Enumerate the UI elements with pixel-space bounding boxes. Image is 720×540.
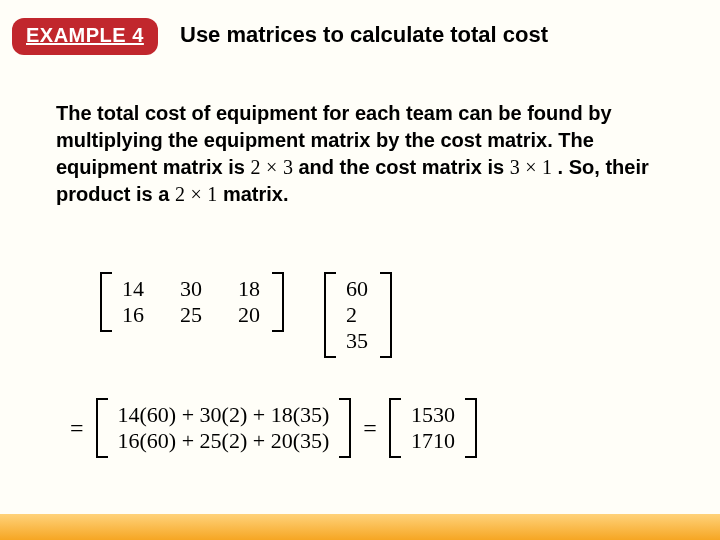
times-3: × (190, 183, 201, 205)
bracket-left (389, 398, 401, 458)
times-2: × (525, 156, 536, 178)
dim2-a: 3 (510, 156, 520, 178)
dim1-a: 2 (251, 156, 261, 178)
result-2: 1710 (411, 428, 455, 454)
footer-bar (0, 514, 720, 540)
bracket-right (465, 398, 477, 458)
matrix-b-body: 60 2 35 (336, 272, 380, 358)
dim3-b: 1 (207, 183, 217, 205)
dim2-b: 1 (542, 156, 552, 178)
matrix-a-body: 14 30 18 16 25 20 (112, 272, 272, 332)
matrix-a: 14 30 18 16 25 20 (100, 272, 284, 332)
dim3-a: 2 (175, 183, 185, 205)
cell: 14 (122, 276, 146, 302)
cell: 18 (238, 276, 262, 302)
table-row: 2 (346, 302, 370, 328)
matrix-result-body: 1530 1710 (401, 398, 465, 458)
cell: 25 (180, 302, 204, 328)
calc-row-2: 16(60) + 25(2) + 20(35) (118, 428, 330, 454)
table-row: 60 (346, 276, 370, 302)
body-seg-2: and the cost matrix is (298, 156, 509, 178)
matrix-result: 1530 1710 (389, 398, 477, 458)
body-paragraph: The total cost of equipment for each tea… (56, 100, 660, 208)
equals-1: = (70, 415, 84, 442)
calc-row: = 14(60) + 30(2) + 18(35) 16(60) + 25(2)… (70, 398, 477, 458)
cell: 16 (122, 302, 146, 328)
dim1-b: 3 (283, 156, 293, 178)
calc-row-1: 14(60) + 30(2) + 18(35) (118, 402, 330, 428)
table-row: 16 25 20 (122, 302, 262, 328)
example-badge: EXAMPLE 4 (12, 18, 158, 55)
cell: 2 (346, 302, 370, 328)
cell: 30 (180, 276, 204, 302)
bracket-right (339, 398, 351, 458)
cell: 35 (346, 328, 370, 354)
bracket-right (380, 272, 392, 358)
bracket-left (96, 398, 108, 458)
matrix-calc-body: 14(60) + 30(2) + 18(35) 16(60) + 25(2) +… (108, 398, 340, 458)
result-1: 1530 (411, 402, 455, 428)
cell: 20 (238, 302, 262, 328)
page-title: Use matrices to calculate total cost (180, 22, 548, 48)
matrix-calc: 14(60) + 30(2) + 18(35) 16(60) + 25(2) +… (96, 398, 352, 458)
body-seg-4: matrix. (223, 183, 289, 205)
bracket-right (272, 272, 284, 332)
table-row: 14 30 18 (122, 276, 262, 302)
bracket-left (324, 272, 336, 358)
matrix-b: 60 2 35 (324, 272, 392, 358)
matrices-row: 14 30 18 16 25 20 60 2 35 (100, 272, 392, 358)
times-1: × (266, 156, 277, 178)
equals-2: = (363, 415, 377, 442)
cell: 60 (346, 276, 370, 302)
table-row: 35 (346, 328, 370, 354)
bracket-left (100, 272, 112, 332)
